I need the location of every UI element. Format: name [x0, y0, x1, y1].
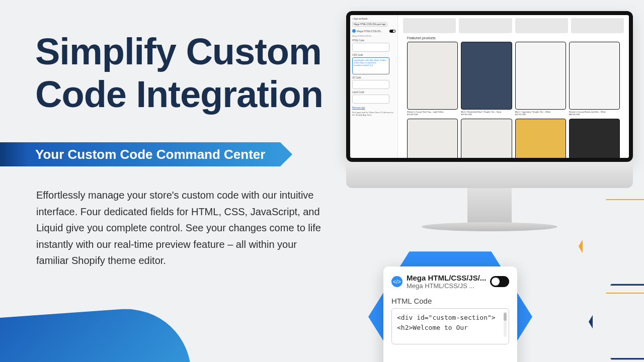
- product-image: [569, 42, 620, 110]
- liquid-code-field[interactable]: [352, 95, 389, 104]
- decorative-wave: [0, 304, 191, 362]
- product-image: [515, 119, 566, 158]
- product-card[interactable]: [515, 119, 566, 158]
- subtitle-text: Your Custom Code Command Center: [35, 147, 265, 162]
- monitor-chin: [346, 162, 633, 188]
- popup-title: Mega HTML/CSS/JS/...: [407, 274, 486, 282]
- js-code-label: JS Code: [352, 76, 395, 79]
- popup-field-label: HTML Code: [391, 297, 509, 305]
- code-line: <h2>Welcome to Our: [397, 323, 504, 333]
- product-price: $24.99 USD: [407, 113, 458, 116]
- body-paragraph: Effortlessly manage your store's custom …: [36, 187, 326, 269]
- monitor-mockup: ‹ App embeds Mega HTML/CSS/JS/Liquid app…: [346, 11, 633, 232]
- html-code-label: HTML Code: [352, 39, 395, 42]
- hero-strip: [403, 18, 624, 33]
- app-subtitle: Mega HTML/CSS/JS ...: [352, 35, 395, 37]
- panel-footer-text: Find apps built for Online Store 2.0 the…: [352, 111, 395, 116]
- product-card[interactable]: Women's Casual Button-Up Shirt – White $…: [569, 42, 620, 116]
- subtitle-bar: Your Custom Code Command Center: [0, 142, 280, 166]
- popup-subtitle: Mega HTML/CSS/JS ...: [407, 282, 486, 290]
- breadcrumb: ‹ App embeds: [352, 17, 395, 20]
- product-card[interactable]: Men's "Legendary" Graphic Tee – White $2…: [515, 42, 566, 116]
- css-code-field[interactable]: img{ border:solid 10px black; border-rad…: [352, 57, 389, 74]
- product-image: [461, 42, 512, 110]
- code-popup: </> Mega HTML/CSS/JS/... Mega HTML/CSS/J…: [372, 251, 528, 362]
- product-image: [461, 119, 512, 158]
- product-grid: Women's Casual Tank Top – Light Yellow $…: [403, 42, 624, 158]
- store-preview: Featured products Women's Casual Tank To…: [398, 15, 629, 158]
- product-card[interactable]: Women's Casual Tank Top – Light Yellow $…: [407, 42, 458, 116]
- product-card[interactable]: [407, 119, 458, 158]
- product-price: $22.99 USD: [461, 113, 512, 116]
- theme-editor-panel: ‹ App embeds Mega HTML/CSS/JS/Liquid app…: [350, 15, 398, 158]
- product-price: $30.99 USD: [569, 113, 620, 116]
- popup-toggle[interactable]: [490, 276, 509, 287]
- app-icon: [352, 29, 356, 33]
- app-toggle[interactable]: [389, 30, 395, 33]
- product-card[interactable]: Men's "Basketball Heart" Graphic Tee – N…: [461, 42, 512, 116]
- popup-code-field[interactable]: <div id="custom-section"> <h2>Welcome to…: [391, 308, 509, 344]
- monitor-stand: [467, 188, 512, 223]
- monitor-base: [422, 222, 557, 231]
- section-title: Featured products: [407, 36, 624, 40]
- hero-card: [515, 18, 568, 33]
- product-price: $22.99 USD: [515, 113, 566, 116]
- popup-card: </> Mega HTML/CSS/JS/... Mega HTML/CSS/J…: [383, 266, 517, 362]
- app-title: Mega HTML/CSS/JS/...: [357, 30, 388, 33]
- product-image: [407, 119, 458, 158]
- liquid-code-label: Liquid Code: [352, 91, 395, 94]
- code-line: <div id="custom-section">: [397, 313, 504, 323]
- heading-line-2: Code Integration: [35, 73, 323, 115]
- decorative-hex-blue: [589, 282, 644, 362]
- product-image: [569, 119, 620, 158]
- css-code-label: CSS Code: [352, 54, 395, 56]
- js-code-field[interactable]: [352, 80, 389, 89]
- app-pill[interactable]: Mega HTML/CSS/JS/Liquid app: [352, 22, 387, 27]
- product-image: [407, 42, 458, 110]
- subtitle-body: Your Custom Code Command Center: [28, 142, 280, 166]
- subtitle-accent: [0, 142, 28, 166]
- remove-app-link[interactable]: Remove app: [352, 107, 395, 109]
- monitor-screen: ‹ App embeds Mega HTML/CSS/JS/Liquid app…: [346, 11, 633, 162]
- main-heading: Simplify Custom Code Integration: [35, 30, 323, 116]
- code-icon: </>: [391, 276, 403, 287]
- product-card[interactable]: [461, 119, 512, 158]
- monitor-viewport: ‹ App embeds Mega HTML/CSS/JS/Liquid app…: [350, 15, 629, 158]
- html-code-field[interactable]: [352, 43, 389, 52]
- popup-header: </> Mega HTML/CSS/JS/... Mega HTML/CSS/J…: [391, 274, 509, 290]
- hero-card: [403, 18, 456, 33]
- heading-line-1: Simplify Custom: [35, 31, 321, 72]
- hero-card: [459, 18, 512, 33]
- product-card[interactable]: [569, 119, 620, 158]
- product-image: [515, 42, 566, 110]
- hero-card: [571, 18, 624, 33]
- scrollbar[interactable]: [504, 312, 507, 337]
